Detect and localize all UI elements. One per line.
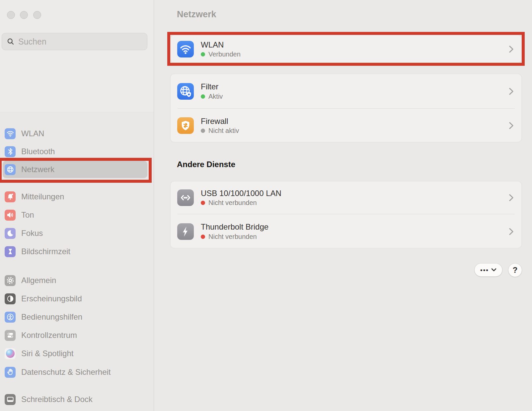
ethernet-icon — [177, 189, 194, 206]
more-options-button[interactable]: ••• — [475, 263, 502, 276]
sidebar-item-label: Bildschirmzeit — [21, 247, 70, 256]
wifi-icon — [177, 41, 194, 57]
row-title: Filter — [201, 82, 223, 91]
sidebar-item-label: Kontrollzentrum — [21, 331, 77, 340]
firewall-row[interactable]: Firewall Nicht aktiv — [171, 109, 521, 142]
services-card: Filter Aktiv Firewall Nicht ak — [170, 74, 522, 142]
sidebar-item-mitteilungen[interactable]: Mitteilungen — [3, 188, 151, 205]
sidebar-item-allgemein[interactable]: Allgemein — [3, 272, 151, 289]
page-title: Netzwerk — [177, 9, 216, 20]
status-text: Verbunden — [208, 51, 241, 58]
help-button[interactable]: ? — [508, 263, 522, 277]
sidebar-item-label: Datenschutz & Sicherheit — [21, 367, 111, 377]
web-filter-icon — [177, 83, 194, 100]
window-close-button[interactable] — [7, 11, 15, 19]
row-title: Thunderbolt Bridge — [201, 222, 268, 232]
status-text: Nicht aktiv — [208, 127, 239, 135]
appearance-icon — [5, 293, 16, 304]
sidebar-item-label: Allgemein — [21, 276, 56, 285]
moon-icon — [5, 228, 16, 239]
accessibility-icon — [5, 312, 16, 323]
gear-icon — [5, 275, 16, 286]
sidebar-item-netzwerk[interactable]: Netzwerk — [3, 161, 147, 178]
other-services-header: Andere Dienste — [177, 160, 235, 169]
status-dot-green — [201, 52, 205, 56]
siri-icon — [5, 348, 16, 359]
chevron-right-icon — [509, 87, 514, 96]
window-minimize-button[interactable] — [20, 11, 28, 19]
filter-row[interactable]: Filter Aktiv — [171, 74, 521, 108]
row-title: USB 10/100/1000 LAN — [201, 189, 281, 198]
other-services-card: USB 10/100/1000 LAN Nicht verbunden Thun… — [170, 181, 522, 248]
chevron-right-icon — [509, 193, 514, 202]
window-zoom-button[interactable] — [33, 11, 41, 19]
hand-icon — [5, 367, 16, 378]
sidebar-item-bluetooth[interactable]: Bluetooth — [3, 143, 151, 160]
sidebar-item-wlan[interactable]: WLAN — [3, 125, 151, 142]
status-text: Aktiv — [208, 93, 223, 100]
sidebar-item-label: Bluetooth — [21, 147, 55, 156]
firewall-shield-icon — [177, 117, 194, 134]
status-dot-red — [201, 235, 205, 239]
chevron-right-icon — [509, 227, 514, 236]
thunderbolt-icon — [177, 223, 194, 240]
sidebar-item-label: WLAN — [21, 129, 44, 138]
sidebar-item-erscheinungsbild[interactable]: Erscheinungsbild — [3, 290, 151, 307]
sidebar-item-label: Netzwerk — [21, 165, 54, 174]
sidebar-main-divider — [154, 0, 154, 411]
sidebar-item-label: Fokus — [21, 229, 43, 238]
sidebar-item-schreibtisch-dock[interactable]: Schreibtisch & Dock — [3, 391, 151, 408]
desktop-dock-icon — [5, 394, 16, 405]
bluetooth-icon — [5, 146, 16, 157]
usb-lan-row[interactable]: USB 10/100/1000 LAN Nicht verbunden — [171, 181, 521, 214]
chevron-right-icon — [509, 45, 514, 53]
status-dot-gray — [201, 129, 205, 133]
sidebar-item-siri-spotlight[interactable]: Siri & Spotlight — [3, 345, 151, 362]
sidebar-item-label: Mitteilungen — [21, 192, 64, 201]
help-label: ? — [513, 265, 518, 275]
status-dot-red — [201, 201, 205, 205]
row-title: Firewall — [201, 117, 239, 126]
sidebar-item-kontrollzentrum[interactable]: Kontrollzentrum — [3, 327, 151, 344]
ellipsis-icon: ••• — [480, 267, 489, 273]
status-text: Nicht verbunden — [208, 233, 257, 241]
row-title: WLAN — [201, 40, 241, 50]
search-field[interactable] — [2, 33, 147, 50]
sidebar-item-label: Ton — [21, 210, 34, 220]
sidebar-item-label: Siri & Spotlight — [21, 349, 73, 358]
search-icon — [7, 38, 15, 46]
sidebar-item-ton[interactable]: Ton — [3, 206, 151, 224]
sidebar-item-label: Bedienungshilfen — [21, 312, 82, 322]
wlan-card: WLAN Verbunden — [170, 35, 522, 63]
sidebar-item-label: Schreibtisch & Dock — [21, 395, 93, 404]
thunderbolt-bridge-row[interactable]: Thunderbolt Bridge Nicht verbunden — [171, 214, 521, 248]
globe-icon — [5, 164, 16, 175]
search-input[interactable] — [18, 37, 142, 47]
sidebar-item-bildschirmzeit[interactable]: Bildschirmzeit — [3, 243, 151, 260]
control-center-icon — [5, 330, 16, 341]
wifi-icon — [5, 128, 16, 139]
sidebar-item-label: Erscheinungsbild — [21, 294, 82, 303]
status-dot-green — [201, 94, 205, 99]
chevron-right-icon — [509, 121, 514, 130]
speaker-icon — [5, 210, 16, 221]
sidebar: WLAN Bluetooth Netzwerk Mitteil — [0, 0, 154, 411]
status-text: Nicht verbunden — [208, 199, 257, 207]
sidebar-item-bedienungshilfen[interactable]: Bedienungshilfen — [3, 308, 151, 326]
bell-icon — [5, 191, 16, 202]
sidebar-item-fokus[interactable]: Fokus — [3, 225, 151, 242]
sidebar-item-datenschutz[interactable]: Datenschutz & Sicherheit — [3, 363, 151, 381]
chevron-down-icon — [491, 268, 496, 272]
hourglass-icon — [5, 246, 16, 257]
wlan-row[interactable]: WLAN Verbunden — [171, 35, 521, 63]
